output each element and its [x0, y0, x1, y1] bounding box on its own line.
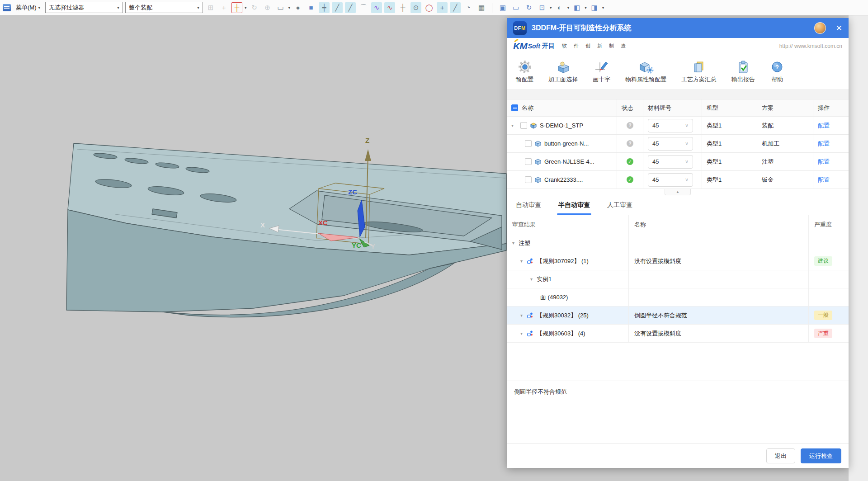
wave-link-icon[interactable]: ⊕ [262, 2, 273, 13]
snap-intersection-icon[interactable]: ┼ [397, 2, 408, 13]
chevron-down-icon[interactable]: ▾ [567, 5, 570, 10]
review-label[interactable]: 【规则307092】 (1) [537, 257, 589, 265]
menu-button[interactable]: 菜单(M) ▾ [13, 3, 43, 13]
shaded-object-icon[interactable]: ● [292, 2, 303, 13]
part-name[interactable]: Green-NJL1SE-4... [544, 158, 594, 165]
parts-table-row: ▾ S-DEMO-1_STP ? 45∨ 类型1 装配 配置 [507, 117, 849, 135]
avatar[interactable] [814, 22, 826, 34]
fit-view-icon[interactable]: ⊡ [537, 2, 547, 13]
km-slogan: 软 件 创 新 制 造 [562, 42, 779, 49]
pan-view-icon[interactable]: ▭ [510, 2, 521, 13]
move-component-icon[interactable]: + [218, 2, 229, 13]
assembly-constraints-icon[interactable]: ⊞ [205, 2, 216, 13]
snap-midpoint-icon[interactable]: ╱ [345, 2, 356, 13]
machine-type: 类型1 [707, 122, 722, 130]
snap-point-icon[interactable]: ┿ [319, 2, 330, 13]
configure-link[interactable]: 配置 [818, 122, 830, 130]
part-name[interactable]: button-green-N... [544, 140, 589, 147]
review-label[interactable]: 注塑 [519, 239, 530, 247]
process-summary-button[interactable]: 工艺方案汇总 [681, 60, 717, 84]
chevron-down-icon[interactable]: ▾ [585, 5, 587, 10]
expand-caret-icon[interactable]: ▾ [520, 313, 527, 318]
clip-section-icon[interactable]: ◨ [589, 2, 600, 13]
snap-tangent-icon[interactable]: ⌒ [358, 2, 369, 13]
review-tabs: 自动审查 半自动审查 人工审查 [507, 195, 849, 215]
part-name[interactable]: S-DEMO-1_STP [540, 122, 583, 129]
action-label: 预配置 [516, 75, 533, 84]
selection-scope-value: 整个装配 [129, 4, 152, 12]
snap-point-on-face-icon[interactable]: ◔ [463, 2, 474, 13]
snap-point-on-curve-icon[interactable]: ╱ [450, 2, 461, 13]
close-icon[interactable]: ✕ [836, 24, 842, 32]
selection-scope-select[interactable]: 整个装配 ▾ [125, 2, 203, 13]
expand-caret-icon[interactable]: ▾ [520, 331, 527, 336]
export-report-button[interactable]: 输出报告 [731, 60, 755, 84]
render-style-icon[interactable]: ◐ [554, 2, 565, 13]
configure-link[interactable]: 配置 [818, 176, 830, 184]
action-label: 输出报告 [731, 75, 755, 84]
collapse-table-button[interactable]: ▲ [665, 189, 691, 195]
review-label[interactable]: 实例1 [537, 275, 552, 283]
snap-curve-point-icon[interactable]: ∿ [384, 2, 395, 13]
tab-semi-auto-review[interactable]: 半自动审查 [558, 195, 590, 215]
col-header: 严重度 [814, 221, 832, 229]
filter-by-type-icon[interactable]: ┼ [231, 2, 242, 13]
configure-link[interactable]: 配置 [818, 140, 830, 148]
tab-auto-review[interactable]: 自动审查 [516, 195, 541, 215]
expand-caret-icon[interactable]: ▾ [511, 123, 518, 128]
expand-caret-icon[interactable]: ▾ [520, 259, 527, 264]
chevron-down-icon[interactable]: ▾ [288, 5, 291, 10]
snap-existing-point-icon[interactable]: + [437, 2, 448, 13]
zoom-window-icon[interactable]: ▣ [497, 2, 508, 13]
gear-icon [518, 60, 532, 74]
help-icon: ? [770, 60, 784, 74]
row-checkbox[interactable] [520, 122, 527, 129]
snap-quadrant-icon[interactable]: ◯ [424, 2, 434, 13]
snap-spline-point-icon[interactable]: ∿ [371, 2, 382, 13]
expand-caret-icon[interactable]: ▾ [530, 277, 537, 282]
run-check-button[interactable]: 运行检查 [801, 448, 841, 463]
snap-grid-point-icon[interactable]: ▦ [476, 2, 487, 13]
snap-endpoint-icon[interactable]: ╱ [332, 2, 343, 13]
material-select[interactable]: 45∨ [648, 155, 693, 169]
chevron-down-icon[interactable]: ▾ [245, 5, 247, 10]
action-label: 工艺方案汇总 [681, 75, 717, 84]
rule-icon [527, 258, 533, 264]
panel-title: 3DDFM-开目可制造性分析系统 [532, 24, 814, 33]
configure-link[interactable]: 配置 [818, 158, 830, 166]
review-label[interactable]: 【规则30032】 (25) [537, 311, 589, 320]
selection-filter-select[interactable]: 无选择过滤器 ▾ [45, 2, 123, 13]
exit-button[interactable]: 退出 [766, 448, 795, 463]
iso-view-icon[interactable]: ◧ [571, 2, 582, 13]
review-label[interactable]: 【规则30603】 (4) [537, 330, 585, 338]
row-checkbox[interactable] [525, 158, 532, 165]
chevron-down-icon[interactable]: ▾ [550, 5, 552, 10]
material-select[interactable]: 45∨ [648, 137, 693, 151]
chevron-down-icon: ∨ [685, 141, 689, 146]
pattern-feature-icon[interactable]: ↻ [249, 2, 260, 13]
chevron-down-icon[interactable]: ▾ [602, 5, 604, 10]
review-row-face: 面 (49032) [507, 288, 849, 307]
machining-face-select-button[interactable]: 加工面选择 [548, 60, 578, 84]
tab-manual-review[interactable]: 人工审查 [607, 195, 632, 215]
rotate-view-icon[interactable]: ↻ [524, 2, 534, 13]
preconfig-button[interactable]: 预配置 [516, 60, 533, 84]
part-name[interactable]: Crank22333.... [544, 176, 583, 183]
row-checkbox[interactable] [525, 140, 532, 147]
expand-caret-icon[interactable]: ▾ [512, 240, 519, 245]
bounding-box-icon[interactable]: ■ [306, 2, 316, 13]
row-checkbox[interactable] [525, 176, 532, 183]
draw-cross-button[interactable]: 画十字 [593, 60, 610, 84]
review-label[interactable]: 面 (49032) [540, 293, 568, 302]
collapse-arrow-icon: ▲ [676, 190, 679, 194]
action-label: 物料属性预配置 [625, 75, 666, 84]
help-button[interactable]: ? 帮助 [770, 60, 784, 84]
select-all-checkbox[interactable] [511, 104, 518, 111]
material-preconfig-button[interactable]: 物料属性预配置 [625, 60, 666, 84]
spacer [507, 343, 849, 381]
material-select[interactable]: 45∨ [648, 173, 693, 187]
scheme: 钣金 [762, 176, 774, 184]
material-select[interactable]: 45∨ [648, 119, 693, 132]
snap-arc-center-icon[interactable]: ⊙ [410, 2, 421, 13]
select-rectangle-icon[interactable]: ▭ [275, 2, 286, 13]
